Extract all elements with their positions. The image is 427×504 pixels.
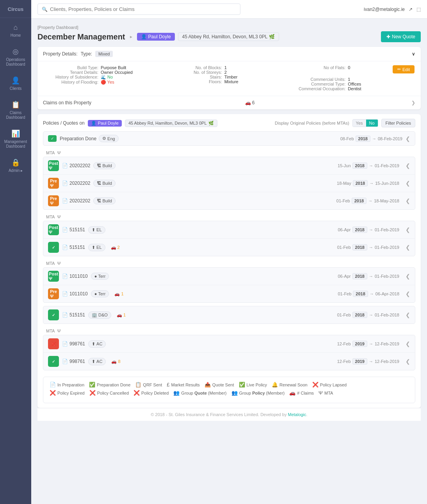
- legend-gq-icon: 👥: [173, 390, 180, 396]
- legend-lapsed-icon: ❌: [312, 382, 318, 388]
- legend-market-icon: £: [167, 382, 169, 388]
- sidebar-item-clients[interactable]: 👤 Clients: [0, 71, 31, 95]
- legend-qrf-label: QRF Sent: [143, 382, 162, 387]
- stairs-value: Timber: [224, 75, 238, 79]
- year-badge-3-2: 2018: [353, 291, 368, 297]
- policy-row-2-1[interactable]: PostΨ 📄 515151 ⬆ EL 06-Apr 2018 → 01-Feb…: [43, 221, 415, 239]
- address-badge-policies: 45 Abbey Rd, Hamilton, Devon, ML3 0PL 🌿: [125, 120, 217, 127]
- client-badge[interactable]: 👤 Paul Doyle: [137, 33, 175, 41]
- chevron-4-2[interactable]: ❮: [406, 358, 410, 365]
- sidebar-label-clients: Clients: [10, 86, 22, 91]
- prep-done-row[interactable]: ✓ Preparation Done ⚙ Eng 08-Feb 2018 → 0…: [43, 131, 415, 146]
- status-icon-standalone-1: ✓: [48, 309, 59, 320]
- status-icon-live-1: ✓: [48, 242, 59, 253]
- search-input[interactable]: [50, 6, 236, 12]
- claims-count-badge: 🚗 6: [245, 100, 255, 105]
- external-link-icon[interactable]: ↗: [409, 7, 413, 12]
- toggle-no[interactable]: No: [366, 120, 378, 127]
- claims-count-s1: 🚗 1: [117, 313, 126, 318]
- chevron-2-1[interactable]: ❮: [406, 227, 410, 233]
- subsidence-value: 🌊 No: [101, 75, 113, 80]
- prep-eng-badge: ⚙ Eng: [99, 135, 119, 142]
- legend-renewal-icon: 🔔: [272, 382, 278, 388]
- year-badge-1-3: 2018: [352, 198, 367, 204]
- new-quote-button[interactable]: ✚ New Quote: [381, 31, 421, 42]
- chevron-2-2[interactable]: ❮: [406, 244, 410, 250]
- legend-quote-sent: 📤 Quote Sent: [205, 382, 234, 388]
- mta-label-4: MTA: [46, 329, 55, 333]
- user-email: ivan2@metalogic.ie: [364, 7, 405, 12]
- policy-number-1-1: 📄 20202202: [62, 163, 90, 168]
- legend-claims-icon: 🚗: [289, 390, 295, 396]
- legend-policy-lapsed: ❌ Policy Lapsed: [312, 382, 347, 388]
- property-col3: ✏ Edit No of Flats: 0 Commercial Units: …: [291, 65, 415, 91]
- type-label: Type:: [81, 51, 92, 57]
- chevron-3-2[interactable]: ❮: [406, 291, 410, 297]
- legend-policy-cancelled: ❌ Policy Cancelled: [89, 390, 129, 396]
- sidebar-item-management[interactable]: 📊 Management Dashboard: [0, 124, 31, 153]
- chevron-1-2[interactable]: ❮: [406, 180, 410, 186]
- comm-type-label: Commercial Type:: [291, 82, 345, 86]
- policy-number-3-2: 📄 1011010: [62, 291, 88, 297]
- standalone-row-1[interactable]: ✓ 📄 515151 🏢 D&O 🚗 1 01-Feb 2018 → 01-Fe…: [43, 306, 415, 324]
- policy-row-4-1[interactable]: ❌ 📄 998761 ⬆ AC 12-Feb 2019 → 12-Feb-201…: [43, 335, 415, 353]
- policy-row-1-1[interactable]: PostΨ 📄 20202202 🏗 Build 15-Jun 2018 → 0…: [43, 157, 415, 175]
- policy-row-1-3[interactable]: PreΨ 📄 20202202 🏗 Build 01-Feb 2018 → 18…: [43, 192, 415, 209]
- policies-label: Policies / Quotes on: [43, 120, 85, 126]
- chevron-1-1[interactable]: ❮: [406, 163, 410, 169]
- policy-date-2-1: 06-Apr 2018 → 01-Feb-2019: [338, 227, 399, 233]
- policy-row-3-1[interactable]: PostΨ 📄 1011010 ● Terr 06-Apr 2018 → 01-…: [43, 268, 415, 285]
- policy-num-icon: 📄: [62, 163, 68, 168]
- address-badge[interactable]: 45 Abbey Rd, Hamilton, Devon, ML3 0PL 🌿: [178, 32, 279, 41]
- policy-row-2-2[interactable]: ✓ 📄 515151 ⬆ EL 🚗 2 01-Feb 2018 → 01-: [43, 239, 415, 256]
- mta-icon-2: Ψ: [57, 214, 60, 219]
- chevron-3-1[interactable]: ❮: [406, 273, 410, 279]
- policy-type-4-1: ⬆ AC: [88, 340, 106, 348]
- policy-type-1-2: 🏗 Build: [93, 180, 115, 187]
- comm-units-value: 1: [348, 77, 350, 82]
- sidebar-item-admin[interactable]: 🔒 Admin ▸: [0, 153, 31, 177]
- property-header[interactable]: Property Details: Type: Mixed ∨: [37, 47, 421, 61]
- legend-deleted-icon: ❌: [133, 390, 140, 396]
- client-badge-policies[interactable]: 👤 Paul Doyle: [88, 120, 122, 127]
- terr-icon-1: 📄: [62, 273, 68, 279]
- chevron-s1[interactable]: ❮: [406, 312, 410, 318]
- legend-qrf-icon: 📋: [135, 382, 141, 388]
- mta-icon-3: Ψ: [57, 261, 60, 266]
- floors-label: Floors:: [167, 79, 222, 84]
- policy-row-3-2[interactable]: PreΨ 📄 1011010 ● Terr 🚗 1 01-Feb 2018 →: [43, 285, 415, 302]
- policy-row-1-2[interactable]: PreΨ 📄 20202202 🏗 Build 18-May 2018 → 15…: [43, 175, 415, 192]
- clients-icon: 👤: [11, 76, 20, 85]
- edit-button[interactable]: ✏ Edit: [393, 65, 415, 73]
- footer-link[interactable]: Metalogic: [288, 412, 306, 417]
- policy-type-2-2: ⬆ EL: [88, 244, 105, 251]
- ac-icon-2: 📄: [62, 359, 68, 364]
- sidebar-item-home[interactable]: ⌂ Home: [0, 18, 31, 42]
- sidebar-item-operations[interactable]: ◎ Operations Dashboard: [0, 42, 31, 71]
- search-container[interactable]: 🔍: [37, 4, 240, 15]
- sidebar-item-claims[interactable]: 📋 Claims Dashboard: [0, 95, 31, 124]
- policies-header-right: Display Original Policies (before MTAs) …: [275, 119, 415, 127]
- property-icon: 🌿: [269, 34, 275, 39]
- policy-number-s1: 📄 515151: [62, 312, 85, 318]
- policy-date-4-1: 12-Feb 2019 → 12-Feb-2019: [337, 341, 399, 347]
- prep-done-chevron[interactable]: ❮: [406, 136, 410, 142]
- claims-count-2-2: 🚗 2: [111, 245, 120, 250]
- chevron-4-1[interactable]: ❮: [406, 341, 410, 347]
- legend-expired-label: Policy Expired: [57, 391, 85, 395]
- collapse-icon[interactable]: ∨: [412, 51, 415, 57]
- blocks-label: No. of Blocks:: [167, 65, 222, 70]
- legend-in-preparation: 📄 In Preparation: [50, 382, 84, 388]
- legend-policy-deleted: ❌ Policy Deleted: [133, 390, 169, 396]
- logout-icon[interactable]: ⬚: [416, 7, 421, 12]
- policy-number-3-1: 📄 1011010: [62, 273, 88, 279]
- filter-policies-button[interactable]: Filter Policies: [381, 119, 415, 127]
- type-value: Mixed: [95, 51, 113, 57]
- footer: © 2018 - St. Giles Insurance & Finance S…: [37, 408, 421, 421]
- chevron-1-3[interactable]: ❮: [406, 198, 410, 204]
- toggle-yes[interactable]: Yes: [353, 120, 366, 127]
- flooding-value: 🔴 Yes: [101, 80, 114, 85]
- mta-icon-1: Ψ: [57, 150, 60, 155]
- policy-row-4-2[interactable]: ✓ 📄 998761 ⬆ AC 🚗 8 12-Feb 2019 → 12-: [43, 353, 415, 370]
- claims-bar[interactable]: Claims on this Property 🚗 6 ❯: [37, 96, 421, 109]
